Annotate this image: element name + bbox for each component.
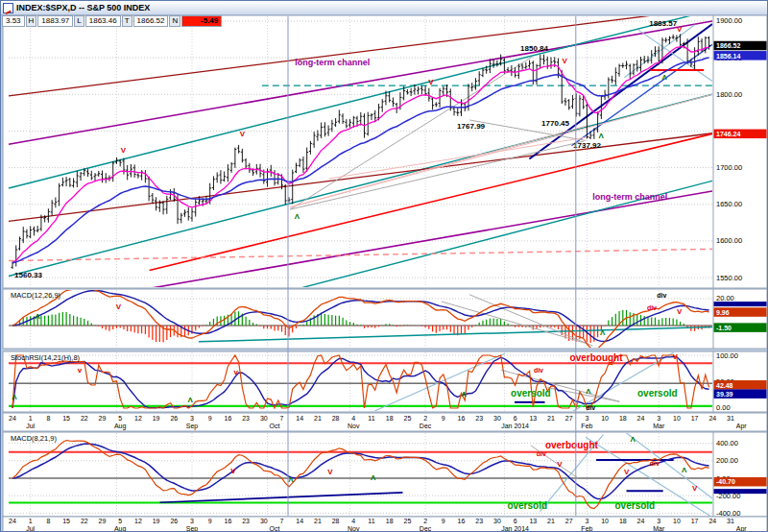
axis-label: 1550.00 — [716, 274, 742, 282]
value-badge — [714, 489, 767, 494]
date-tick: 14 — [296, 415, 303, 422]
date-tick: 6 — [514, 518, 517, 524]
price-annotation: 1737.92 — [573, 141, 601, 150]
date-tick: 4 — [351, 518, 355, 524]
marker-bottom: Λ — [586, 387, 591, 396]
macd-panel[interactable] — [3, 289, 767, 349]
marker-bottom: div — [534, 367, 543, 374]
window-title: INDEX:$SPX,D -- S&P 500 INDEX — [16, 3, 150, 12]
date-tick: 21 — [314, 415, 322, 422]
marker-top: v — [234, 368, 239, 376]
month-label: Dec — [420, 525, 432, 532]
value-badge-text: 1866.52 — [716, 42, 740, 49]
date-tick: 24 — [9, 518, 16, 524]
pivot-marker: V — [677, 25, 683, 34]
date-tick: 3 — [657, 518, 660, 524]
date-tick: 16 — [225, 415, 232, 422]
price-chart-canvas[interactable]: 1883.571850.841767.991770.451737.921560.… — [1, 1, 768, 532]
axis-label: 1800.00 — [716, 90, 742, 99]
quote-net-change: -5.49 — [181, 15, 222, 27]
price-annotation: 1767.99 — [457, 122, 485, 131]
date-tick: 3 — [657, 415, 660, 422]
date-tick: 29 — [99, 518, 107, 524]
date-tick: 19 — [153, 415, 160, 422]
date-tick: 3 — [190, 415, 194, 422]
date-tick: 10 — [673, 415, 681, 422]
date-tick: 16 — [225, 518, 232, 524]
pivot-marker: V — [121, 146, 127, 155]
month-label: Mar — [653, 423, 665, 429]
marker-bottom: Λ — [12, 393, 17, 401]
marker-top: V — [692, 484, 698, 493]
month-label: Apr — [736, 423, 748, 430]
date-tick: 1 — [29, 518, 33, 524]
price-annotation: long-term channel — [295, 58, 370, 67]
date-tick: 17 — [691, 415, 699, 422]
date-tick: 23 — [242, 415, 250, 422]
month-label: Jan 2014 — [501, 525, 529, 532]
date-tick: 9 — [442, 518, 445, 524]
price-annotation: long-term channel — [592, 192, 667, 202]
date-tick: 24 — [708, 415, 716, 422]
month-label: Feb — [581, 423, 592, 429]
marker-bottom: div — [647, 304, 657, 311]
date-tick: 2 — [423, 518, 427, 524]
month-label: Nov — [348, 423, 360, 429]
quote-last: 1866.52 — [133, 15, 169, 27]
value-badge-text: 1856.14 — [716, 53, 740, 60]
price-annotation: 1883.57 — [649, 19, 677, 28]
stochrsi-panel[interactable] — [3, 351, 767, 412]
date-tick: 29 — [99, 415, 107, 422]
month-label: Nov — [348, 525, 360, 532]
date-tick: 8 — [46, 415, 50, 422]
date-tick: 5 — [118, 415, 122, 422]
marker-top: V — [230, 467, 236, 475]
value-badge-text: 39.39 — [716, 391, 733, 398]
date-tick: 13 — [529, 518, 537, 524]
month-label: Sep — [186, 525, 199, 532]
date-tick: 10 — [601, 518, 609, 524]
panel-text: oversold — [637, 388, 678, 399]
date-tick: 10 — [601, 415, 609, 422]
date-tick: 28 — [332, 518, 340, 524]
stochrsi-label: StochRSI(14,21(H),8) — [11, 353, 81, 362]
date-tick: 30 — [493, 415, 501, 422]
marker-top: V — [327, 468, 333, 476]
date-tick: 18 — [619, 518, 627, 524]
window-titlebar[interactable]: INDEX:$SPX,D -- S&P 500 INDEX — [1, 1, 767, 15]
quote-row: 3.53 H 1883.97 L 1863.46 T 1866.52 N -5.… — [2, 15, 223, 26]
month-label: Aug — [114, 525, 127, 532]
date-tick: 5 — [118, 518, 122, 524]
month-label: Oct — [270, 525, 280, 532]
marker-top: V — [557, 460, 563, 469]
quote-high-label: H — [26, 15, 37, 27]
date-tick: 17 — [691, 518, 699, 524]
chart-icon — [3, 3, 13, 13]
macd2-label: MACD(8,21,9) — [11, 434, 57, 443]
marker-bottom: Λ — [371, 473, 376, 482]
date-tick: 24 — [708, 518, 716, 524]
date-tick: 22 — [81, 518, 88, 524]
pivot-marker: Λ — [295, 212, 300, 221]
panel-text: overbought — [545, 440, 599, 450]
date-tick: 23 — [475, 415, 483, 422]
chart-window: INDEX:$SPX,D -- S&P 500 INDEX 3.53 H 188… — [0, 0, 768, 532]
date-tick: 26 — [170, 415, 178, 422]
pivot-marker: Λ — [599, 132, 605, 140]
marker-top: V — [677, 307, 683, 316]
date-tick: 9 — [208, 415, 212, 422]
panel-text: overbought — [570, 352, 624, 363]
month-label: Aug — [114, 423, 127, 430]
axis-label: 200.00 — [716, 456, 738, 465]
date-tick: 25 — [404, 415, 412, 422]
month-label: Jan 2014 — [501, 423, 529, 429]
date-tick: 22 — [81, 415, 88, 422]
marker-bottom: Λ — [462, 390, 468, 399]
month-label: Sep — [186, 423, 199, 430]
axis-label: 1600.00 — [716, 236, 742, 245]
axis-label: 1900.00 — [716, 16, 742, 25]
marker-bottom: div — [657, 292, 666, 299]
date-tick: 14 — [296, 518, 303, 524]
pivot-marker: V — [428, 78, 434, 86]
quote-open: 3.53 — [2, 15, 25, 27]
